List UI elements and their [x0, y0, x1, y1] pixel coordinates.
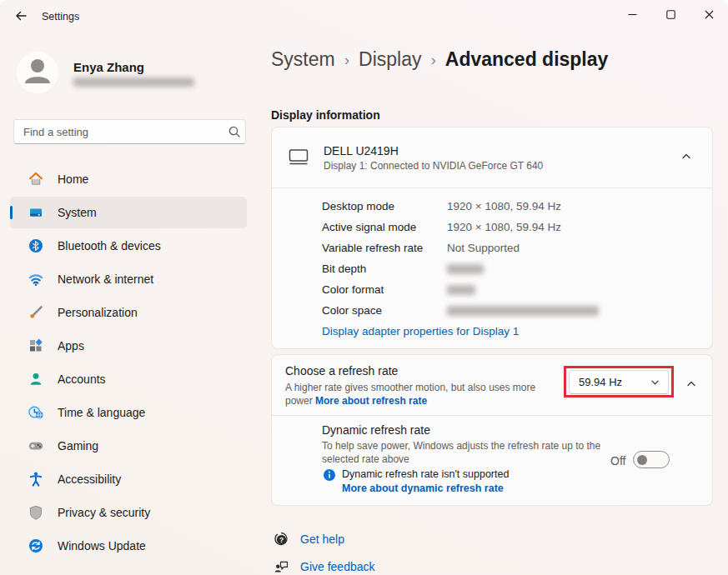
sidebar-item-label: Bluetooth & devices [58, 239, 161, 252]
refresh-rate-card: Choose a refresh rate A higher rate give… [271, 354, 713, 506]
back-button[interactable] [8, 8, 33, 28]
info-icon [324, 469, 335, 481]
toggle-knob [637, 455, 647, 465]
display-adapter-properties-link[interactable]: Display adapter properties for Display 1 [322, 325, 519, 338]
sidebar-item-label: Gaming [58, 439, 98, 452]
sidebar-item-personalization[interactable]: Personalization [10, 297, 247, 328]
breadcrumb-system[interactable]: System [271, 48, 335, 71]
sidebar-item-accounts[interactable]: Accounts [10, 363, 247, 395]
maximize-button[interactable] [651, 0, 690, 30]
back-arrow-icon [14, 9, 28, 26]
sidebar-item-label: Home [58, 172, 88, 186]
info-row-value: 1920 × 1080, 59.94 Hz [447, 200, 561, 212]
dynamic-refresh-rate-info-text: Dynamic refresh rate isn't supported [342, 468, 509, 480]
apps-icon [28, 338, 44, 354]
info-row-value-redacted [447, 306, 599, 316]
window-controls [613, 0, 728, 30]
chevron-up-icon [686, 378, 696, 392]
breadcrumb-separator-icon: › [335, 51, 359, 69]
system-icon [28, 204, 44, 221]
refresh-rate-description: A higher rate gives smoother motion, but… [285, 381, 554, 408]
refresh-rate-dropdown-value: 59.94 Hz [570, 376, 650, 388]
sidebar-item-label: Windows Update [58, 539, 146, 552]
user-name: Enya Zhang [73, 60, 144, 74]
refresh-rate-title: Choose a refresh rate [285, 364, 398, 378]
privacy-icon [28, 504, 44, 521]
footer-link-label: Give feedback [300, 560, 375, 573]
sidebar-item-network-internet[interactable]: Network & internet [10, 263, 247, 295]
user-email-redacted [73, 78, 194, 87]
collapse-refresh-card-button[interactable] [679, 372, 704, 398]
section-label: Display information [271, 108, 380, 122]
sidebar-item-system[interactable]: System [10, 197, 247, 228]
display-info-row: Color format [322, 279, 699, 300]
info-row-value: Not Supported [447, 242, 520, 254]
chevron-down-icon [650, 378, 668, 387]
info-row-value: 1920 × 1080, 59.94 Hz [447, 221, 561, 233]
svg-text:?: ? [279, 535, 284, 543]
titlebar: Settings [0, 0, 728, 33]
sidebar-item-apps[interactable]: Apps [10, 330, 247, 362]
settings-window: Settings Enya Zhang [0, 0, 728, 575]
accessibility-icon [28, 471, 44, 488]
display-info-rows: Desktop mode 1920 × 1080, 59.94 Hz Activ… [272, 188, 712, 322]
minimize-button[interactable] [613, 0, 651, 30]
sidebar-item-label: Apps [58, 339, 84, 352]
give-feedback-link[interactable]: Give feedback [274, 556, 375, 575]
bluetooth-icon [28, 238, 44, 254]
display-info-row: Color space [322, 300, 699, 321]
breadcrumb-display[interactable]: Display [359, 48, 421, 71]
breadcrumb-separator-icon: › [421, 51, 444, 69]
dynamic-refresh-rate-description: To help save power, Windows adjusts the … [322, 439, 604, 466]
dynamic-refresh-rate-title: Dynamic refresh rate [322, 423, 430, 437]
display-info-card: DELL U2419H Display 1: Connected to NVID… [271, 127, 713, 349]
footer-links: ? Get help Give feedback [274, 528, 375, 575]
avatar-person-icon [17, 50, 58, 95]
display-card-titles: DELL U2419H Display 1: Connected to NVID… [324, 144, 543, 172]
app-title: Settings [42, 11, 79, 22]
display-info-row: Active signal mode 1920 × 1080, 59.94 Hz [322, 217, 699, 238]
gaming-icon [28, 438, 44, 454]
more-about-refresh-rate-link[interactable]: More about refresh rate [315, 395, 427, 407]
info-row-value-redacted [447, 264, 484, 274]
selected-indicator [10, 206, 13, 219]
network-icon [28, 271, 44, 288]
sidebar-item-label: Personalization [58, 306, 138, 319]
sidebar-item-label: Network & internet [58, 272, 153, 286]
refresh-rate-dropdown[interactable]: 59.94 Hz [569, 370, 669, 394]
get-help-link[interactable]: ? Get help [274, 528, 375, 550]
sidebar-nav: Home System Bluetooth & devices Network … [10, 163, 247, 563]
user-profile[interactable] [17, 52, 58, 93]
give-feedback-icon [274, 559, 289, 575]
display-info-row: Desktop mode 1920 × 1080, 59.94 Hz [322, 196, 699, 217]
display-card-header[interactable]: DELL U2419H Display 1: Connected to NVID… [272, 128, 712, 188]
info-row-label: Active signal mode [322, 221, 447, 233]
maximize-icon [666, 8, 675, 22]
sidebar-item-windows-update[interactable]: Windows Update [10, 530, 247, 562]
breadcrumb-advanced-display: Advanced display [445, 48, 609, 71]
info-row-label: Desktop mode [322, 200, 447, 212]
sidebar-item-label: Time & language [58, 406, 145, 419]
sidebar-item-home[interactable]: Home [10, 163, 247, 195]
divider [272, 415, 712, 416]
search-icon[interactable] [223, 125, 245, 138]
info-row-label: Variable refresh rate [322, 242, 447, 254]
chevron-up-icon [681, 150, 691, 165]
sidebar-item-gaming[interactable]: Gaming [10, 430, 247, 462]
windows-update-icon [28, 538, 44, 554]
close-button[interactable] [690, 0, 728, 30]
sidebar-item-label: Accessibility [58, 472, 121, 486]
dynamic-refresh-rate-toggle[interactable] [633, 451, 670, 468]
collapse-display-card-button[interactable] [674, 145, 699, 170]
monitor-icon [287, 147, 310, 170]
more-about-dynamic-refresh-rate-link[interactable]: More about dynamic refresh rate [342, 482, 504, 494]
sidebar-item-privacy-security[interactable]: Privacy & security [10, 497, 247, 528]
accounts-icon [28, 371, 44, 388]
home-icon [28, 171, 44, 188]
sidebar-item-accessibility[interactable]: Accessibility [10, 463, 247, 495]
minimize-icon [628, 8, 637, 22]
info-row-label: Color format [322, 283, 447, 296]
sidebar-item-time-language[interactable]: Time & language [10, 397, 247, 428]
sidebar-item-bluetooth-devices[interactable]: Bluetooth & devices [10, 230, 247, 262]
search-input[interactable] [14, 126, 223, 138]
